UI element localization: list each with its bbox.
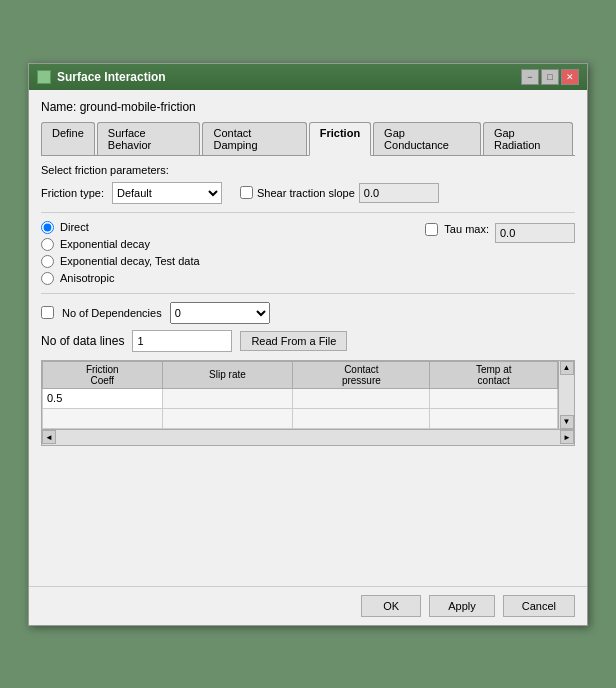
tab-contact-damping[interactable]: Contact Damping [202,122,306,155]
window-icon [37,70,51,84]
maximize-button[interactable]: □ [541,69,559,85]
cell-temp-at-contact[interactable] [430,388,558,408]
main-window: Surface Interaction − □ ✕ Name: ground-m… [28,63,588,626]
close-button[interactable]: ✕ [561,69,579,85]
cell-empty-1[interactable] [43,408,163,428]
select-friction-label: Select friction parameters: [41,164,575,176]
deps-row: No of Dependencies 0 1 2 3 [41,302,575,324]
table-row: 0.5 [43,388,558,408]
cell-empty-3[interactable] [293,408,430,428]
friction-data-table-wrapper: FrictionCoeff Slip rate Contactpressure … [41,360,575,446]
tab-gap-conductance[interactable]: Gap Conductance [373,122,481,155]
tab-friction[interactable]: Friction [309,122,371,156]
friction-type-row: Friction type: Default Lagrange Rough Sh… [41,182,575,204]
dialog-content: Name: ground-mobile-friction Define Surf… [29,90,587,576]
scroll-left-arrow[interactable]: ◄ [42,430,56,444]
shear-checkbox-row: Shear traction slope [240,183,439,203]
radio-direct-label: Direct [60,221,89,233]
cell-friction-coeff[interactable]: 0.5 [43,388,163,408]
datalines-row: No of data lines Read From a File [41,330,575,352]
deps-label: No of Dependencies [62,307,162,319]
tau-max-checkbox[interactable] [425,223,438,236]
table-row-empty [43,408,558,428]
dialog-footer: OK Apply Cancel [29,586,587,625]
name-value: ground-mobile-friction [80,100,196,114]
radio-anisotropic-label: Anisotropic [60,272,114,284]
radio-exp-decay-test: Exponential decay, Test data [41,255,200,268]
shear-traction-label: Shear traction slope [257,187,355,199]
scroll-thumb-area [559,375,574,415]
radio-anisotropic-input[interactable] [41,272,54,285]
tab-gap-radiation[interactable]: Gap Radiation [483,122,573,155]
title-bar: Surface Interaction − □ ✕ [29,64,587,90]
tau-col: Tau max: [425,221,575,285]
datalines-label: No of data lines [41,334,124,348]
col-contact-pressure: Contactpressure [293,361,430,388]
cell-slip-rate[interactable] [162,388,293,408]
name-row: Name: ground-mobile-friction [41,100,575,114]
tab-define[interactable]: Define [41,122,95,155]
minimize-button[interactable]: − [521,69,539,85]
cell-empty-2[interactable] [162,408,293,428]
cell-empty-4[interactable] [430,408,558,428]
table-scrollbar-vertical: ▲ ▼ [558,361,574,429]
title-buttons: − □ ✕ [521,69,579,85]
read-from-file-button[interactable]: Read From a File [240,331,347,351]
deps-checkbox[interactable] [41,306,54,319]
radio-direct: Direct [41,221,200,234]
tabs-bar: Define Surface Behavior Contact Damping … [41,122,575,156]
radio-direct-input[interactable] [41,221,54,234]
table-scrollbar-horizontal: ◄ ► [42,429,574,445]
name-label: Name: [41,100,76,114]
cell-contact-pressure[interactable] [293,388,430,408]
radio-exp-decay-test-input[interactable] [41,255,54,268]
divider-1 [41,212,575,213]
friction-data-table: FrictionCoeff Slip rate Contactpressure … [42,361,558,429]
scroll-down-arrow[interactable]: ▼ [560,415,574,429]
radio-exp-decay-label: Exponential decay [60,238,150,250]
col-temp-at-contact: Temp atcontact [430,361,558,388]
cancel-button[interactable]: Cancel [503,595,575,617]
apply-button[interactable]: Apply [429,595,495,617]
table-and-scrollbar: FrictionCoeff Slip rate Contactpressure … [42,361,574,429]
col-slip-rate: Slip rate [162,361,293,388]
tau-max-input[interactable] [495,223,575,243]
friction-type-dropdown-wrapper: Default Lagrange Rough [112,182,222,204]
radio-exp-decay-test-label: Exponential decay, Test data [60,255,200,267]
radio-options-col: Direct Exponential decay Exponential dec… [41,221,200,285]
tab-surface-behavior[interactable]: Surface Behavior [97,122,201,155]
title-bar-left: Surface Interaction [37,70,166,84]
scroll-right-arrow[interactable]: ► [560,430,574,444]
radio-exp-decay: Exponential decay [41,238,200,251]
scroll-up-arrow[interactable]: ▲ [560,361,574,375]
divider-2 [41,293,575,294]
bottom-empty-area [41,446,575,566]
tau-max-label: Tau max: [444,223,489,235]
datalines-input[interactable] [132,330,232,352]
window-title: Surface Interaction [57,70,166,84]
deps-select[interactable]: 0 1 2 3 [170,302,270,324]
radio-anisotropic: Anisotropic [41,272,200,285]
friction-type-select[interactable]: Default Lagrange Rough [112,182,222,204]
radio-and-tau: Direct Exponential decay Exponential dec… [41,221,575,285]
ok-button[interactable]: OK [361,595,421,617]
shear-traction-input[interactable] [359,183,439,203]
shear-traction-checkbox[interactable] [240,186,253,199]
friction-type-label: Friction type: [41,187,104,199]
radio-exp-decay-input[interactable] [41,238,54,251]
col-friction-coeff: FrictionCoeff [43,361,163,388]
